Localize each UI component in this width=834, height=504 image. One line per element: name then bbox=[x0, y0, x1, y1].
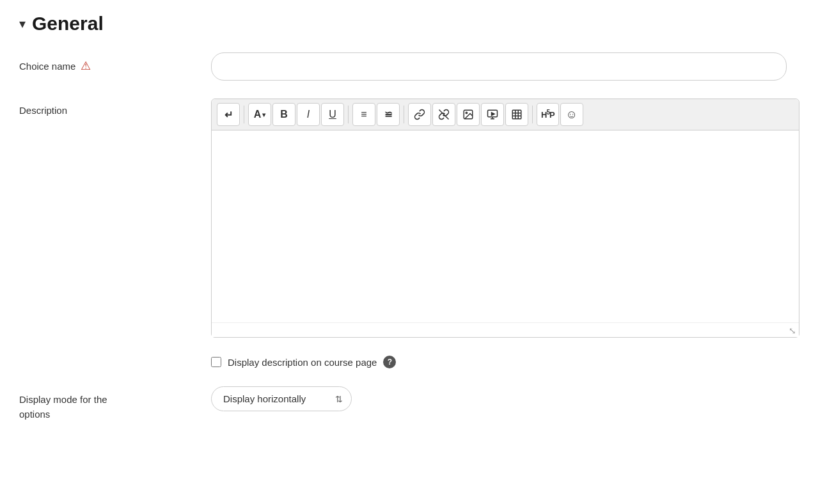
h5p-button[interactable]: H5P bbox=[537, 103, 559, 126]
description-field: ↵ A ▾ B I bbox=[211, 98, 815, 338]
toolbar-separator-1 bbox=[244, 106, 244, 123]
required-icon: ⚠ bbox=[81, 59, 91, 73]
display-mode-label: Display mode for the options bbox=[19, 386, 211, 421]
display-mode-select[interactable]: Display horizontally Display vertically bbox=[211, 386, 352, 411]
choice-name-row: Choice name ⚠ bbox=[19, 52, 815, 81]
description-label: Description bbox=[19, 98, 211, 116]
toolbar-separator-4 bbox=[532, 106, 533, 123]
unlink-button[interactable] bbox=[432, 103, 455, 126]
section-header: ▾ General bbox=[19, 13, 815, 35]
editor-resize-handle: ⤡ bbox=[212, 322, 799, 337]
display-description-checkbox[interactable] bbox=[211, 357, 221, 367]
choice-name-field bbox=[211, 52, 815, 81]
section-title: General bbox=[32, 13, 104, 35]
editor-toolbar: ↵ A ▾ B I bbox=[212, 99, 799, 130]
help-icon[interactable]: ? bbox=[383, 356, 396, 368]
unordered-list-button[interactable]: ≡ bbox=[352, 103, 375, 126]
table-button[interactable] bbox=[505, 103, 528, 126]
format-button[interactable]: ↵ bbox=[217, 103, 240, 126]
emoji-button[interactable]: ☺ bbox=[560, 103, 583, 126]
resize-icon: ⤡ bbox=[789, 326, 796, 336]
svg-point-2 bbox=[466, 112, 467, 113]
toolbar-separator-3 bbox=[404, 106, 404, 123]
display-mode-row: Display mode for the options Display hor… bbox=[19, 386, 815, 421]
media-button[interactable] bbox=[481, 103, 504, 126]
display-mode-field: Display horizontally Display vertically … bbox=[211, 386, 815, 411]
image-button[interactable] bbox=[457, 103, 480, 126]
ordered-list-button[interactable]: ≌ bbox=[377, 103, 400, 126]
svg-rect-7 bbox=[512, 110, 521, 119]
underline-button[interactable]: U bbox=[321, 103, 344, 126]
description-editor-body[interactable] bbox=[212, 130, 799, 322]
italic-button[interactable]: I bbox=[297, 103, 320, 126]
display-description-label[interactable]: Display description on course page bbox=[228, 357, 377, 368]
collapse-chevron-icon[interactable]: ▾ bbox=[19, 16, 26, 31]
bold-button[interactable]: B bbox=[272, 103, 295, 126]
toolbar-separator-2 bbox=[348, 106, 349, 123]
link-button[interactable] bbox=[408, 103, 431, 126]
svg-marker-4 bbox=[492, 113, 495, 116]
page-container: ▾ General Choice name ⚠ Description ↵ bbox=[0, 0, 834, 452]
description-row: Description ↵ A ▾ bbox=[19, 98, 815, 338]
choice-name-label: Choice name ⚠ bbox=[19, 52, 211, 73]
font-dropdown-button[interactable]: A ▾ bbox=[248, 103, 271, 126]
choice-name-input[interactable] bbox=[211, 52, 787, 81]
editor-container: ↵ A ▾ B I bbox=[211, 98, 799, 338]
display-description-row: Display description on course page ? bbox=[19, 356, 815, 368]
display-mode-select-wrapper: Display horizontally Display vertically … bbox=[211, 386, 352, 411]
